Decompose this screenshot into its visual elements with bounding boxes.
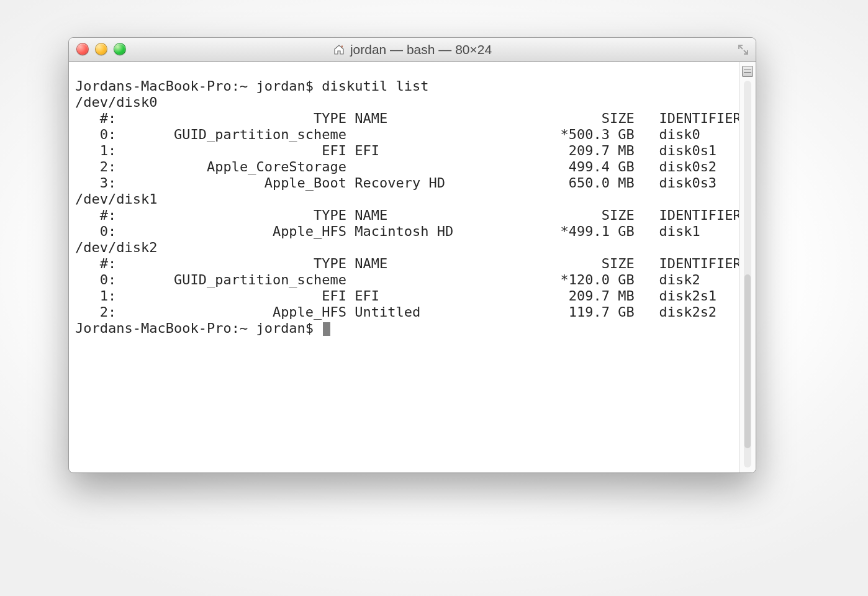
svg-rect-0 [341,46,343,48]
scrollbar-menu-icon[interactable] [742,66,753,77]
window-title: jordan — bash — 80×24 [350,42,492,57]
zoom-button[interactable] [114,43,126,55]
terminal-cursor [323,322,330,336]
scrollbar-track[interactable] [744,81,751,467]
close-button[interactable] [76,43,89,55]
fullscreen-button[interactable] [737,43,749,56]
window-title-area: jordan — bash — 80×24 [333,42,492,57]
traffic-lights [76,43,126,55]
minimize-button[interactable] [95,43,107,55]
scrollbar-thumb[interactable] [744,274,751,448]
titlebar[interactable]: jordan — bash — 80×24 [69,38,756,62]
terminal-window: jordan — bash — 80×24 Jordans-MacBook-Pr… [68,37,756,473]
scrollbar-column [739,62,756,472]
terminal-output[interactable]: Jordans-MacBook-Pro:~ jordan$ diskutil l… [69,76,739,459]
home-icon [333,43,345,56]
